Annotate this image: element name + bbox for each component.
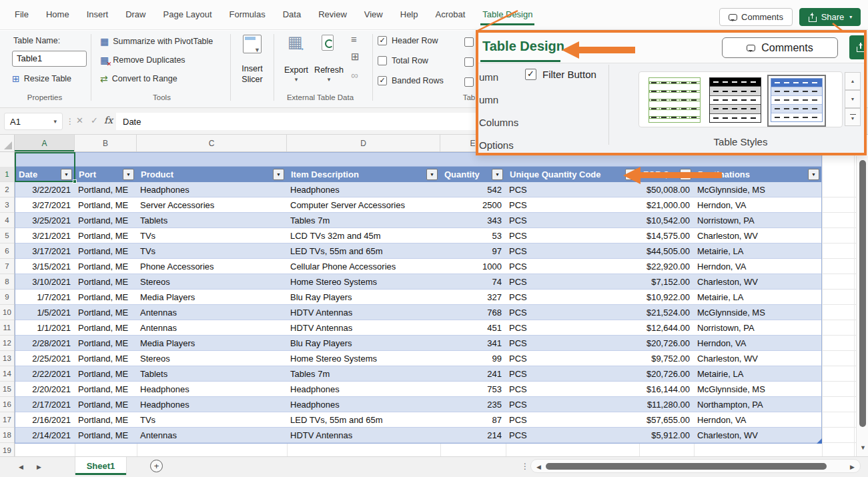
column-header-unique-quantity-code[interactable]: Unique Quantity Code: [506, 167, 639, 182]
cell[interactable]: Metairie, LA: [694, 366, 822, 381]
open-in-browser-icon[interactable]: ⊞: [351, 51, 360, 63]
cell[interactable]: Headphones: [137, 182, 287, 197]
cell[interactable]: Home Stereo Systems: [287, 274, 440, 289]
cell[interactable]: 2500: [440, 197, 506, 212]
row-number-12[interactable]: 12: [0, 336, 14, 351]
filter-dropdown-item-description[interactable]: ▼: [426, 169, 438, 180]
row-number-4[interactable]: 4: [0, 213, 14, 228]
cell[interactable]: PCS: [506, 197, 639, 212]
sheet-tab-sheet1[interactable]: Sheet1: [75, 457, 127, 475]
cell[interactable]: Portland, ME: [75, 228, 137, 243]
cell[interactable]: Portland, ME: [75, 366, 137, 381]
cell[interactable]: $10,542.00: [639, 213, 694, 227]
cell[interactable]: Headphones: [287, 382, 440, 396]
row-number-2[interactable]: 2: [0, 182, 14, 197]
remove-duplicates-button[interactable]: ▦✕Remove Duplicates: [100, 55, 185, 65]
cell[interactable]: $9,752.00: [639, 351, 694, 366]
cell[interactable]: PCS: [506, 259, 639, 274]
cell[interactable]: 2/25/2021: [15, 351, 75, 366]
cell[interactable]: $22,920.00: [639, 259, 694, 274]
cell[interactable]: Portland, ME: [75, 182, 137, 197]
column-header-item-description[interactable]: Item Description: [287, 167, 440, 182]
cell[interactable]: Headphones: [287, 182, 440, 197]
cell[interactable]: $5,912.00: [639, 428, 694, 442]
cell[interactable]: 768: [440, 305, 506, 320]
cell[interactable]: $21,524.00: [639, 305, 694, 320]
convert-to-range-button[interactable]: ⇄Convert to Range: [100, 73, 177, 84]
cell[interactable]: 3/27/2021: [15, 197, 75, 212]
cell[interactable]: Northampton, PA: [694, 397, 822, 412]
callout-table-design-tab[interactable]: Table Design: [482, 39, 564, 54]
cell[interactable]: PCS: [506, 305, 639, 320]
cell[interactable]: Metairie, LA: [694, 290, 822, 304]
row-number-17[interactable]: 17: [0, 412, 14, 428]
cell[interactable]: McGlynnside, MS: [694, 182, 822, 197]
cell[interactable]: McGlynnside, MS: [694, 382, 822, 396]
cell[interactable]: TVs: [137, 244, 287, 258]
prev-sheet-icon[interactable]: ◀: [19, 464, 23, 470]
cell[interactable]: HDTV Antennas: [287, 428, 440, 442]
summarize-with-pivottable-button[interactable]: ▦Summarize with PivotTable: [100, 36, 213, 47]
cell[interactable]: Computer Server Accessories: [287, 197, 440, 212]
column-letter-c[interactable]: C: [137, 135, 287, 151]
cell[interactable]: Media Players: [137, 290, 287, 304]
cell[interactable]: Blu Ray Players: [287, 336, 440, 350]
cell[interactable]: Server Accessories: [137, 197, 287, 212]
cell[interactable]: Headphones: [137, 382, 287, 396]
total-row-checkbox[interactable]: Total Row: [378, 56, 428, 65]
cell[interactable]: Herndon, VA: [694, 259, 822, 274]
column-letter-d[interactable]: D: [287, 135, 440, 151]
row-number-1[interactable]: 1: [0, 167, 14, 182]
cell[interactable]: PCS: [506, 397, 639, 412]
tab-draw[interactable]: Draw: [125, 9, 145, 19]
cell[interactable]: Portland, ME: [75, 290, 137, 304]
cell[interactable]: Herndon, VA: [694, 336, 822, 350]
cell[interactable]: Headphones: [287, 397, 440, 412]
row-number-7[interactable]: 7: [0, 259, 14, 274]
comments-button[interactable]: Comments: [719, 8, 793, 26]
first-column-checkbox[interactable]: [464, 37, 474, 47]
cell[interactable]: 753: [440, 382, 506, 396]
cell[interactable]: 74: [440, 274, 506, 289]
cell[interactable]: 3/10/2021: [15, 274, 75, 289]
cell[interactable]: McGlynnside, MS: [694, 305, 822, 320]
cell[interactable]: $21,000.00: [639, 197, 694, 212]
cell[interactable]: HDTV Antennas: [287, 320, 440, 335]
cell[interactable]: 87: [440, 412, 506, 427]
horizontal-scrollbar[interactable]: ◀ ▶: [530, 459, 861, 473]
cell[interactable]: PCS: [506, 412, 639, 427]
cell[interactable]: Portland, ME: [75, 382, 137, 396]
tab-view[interactable]: View: [364, 9, 383, 19]
cell[interactable]: $12,644.00: [639, 320, 694, 335]
cell[interactable]: Portland, ME: [75, 244, 137, 258]
resize-table-button[interactable]: ⊞ Resize Table: [12, 73, 71, 84]
select-all-corner[interactable]: [0, 135, 15, 151]
table-style-blue-selected[interactable]: [767, 75, 826, 127]
cell[interactable]: $44,505.00: [639, 244, 694, 258]
cell[interactable]: 214: [440, 428, 506, 442]
tab-page-layout[interactable]: Page Layout: [163, 9, 212, 19]
cell[interactable]: Portland, ME: [75, 351, 137, 366]
tab-home[interactable]: Home: [46, 9, 69, 19]
cell[interactable]: Tablets: [137, 213, 287, 227]
share-dropdown-chevron-icon[interactable]: ▾: [849, 14, 852, 20]
cell[interactable]: $20,726.00: [639, 336, 694, 350]
add-sheet-button[interactable]: +: [150, 460, 163, 472]
cell[interactable]: 97: [440, 244, 506, 258]
scroll-left-icon[interactable]: ◀: [536, 464, 541, 470]
share-button[interactable]: Share ▾: [799, 8, 861, 26]
horizontal-scrollbar-thumb[interactable]: [546, 463, 827, 470]
vertical-scrollbar-thumb[interactable]: [859, 160, 866, 427]
fx-icon[interactable]: fx: [104, 115, 113, 125]
row-number-8[interactable]: 8: [0, 274, 14, 290]
row-number-19[interactable]: 19: [0, 443, 14, 456]
cell[interactable]: Portland, ME: [75, 305, 137, 320]
cell[interactable]: Antennas: [137, 428, 287, 442]
tab-acrobat[interactable]: Acrobat: [436, 9, 466, 19]
table-style-dark[interactable]: [709, 77, 761, 123]
cell[interactable]: Norristown, PA: [694, 320, 822, 335]
cell[interactable]: 1000: [440, 259, 506, 274]
cell[interactable]: Portland, ME: [75, 412, 137, 427]
cell[interactable]: PCS: [506, 244, 639, 258]
cell[interactable]: LCD TVs 32m and 45m: [287, 228, 440, 243]
